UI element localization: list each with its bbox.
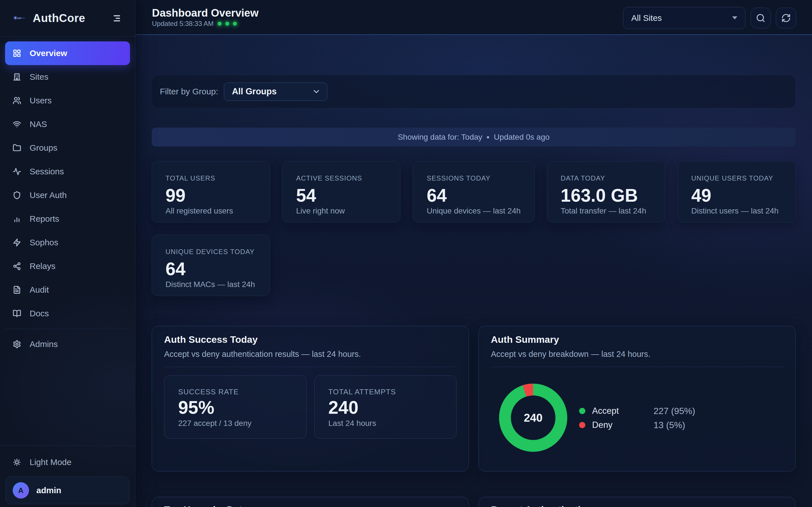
svg-text:240: 240 [524, 411, 543, 424]
svg-text:Core: Core [21, 17, 25, 18]
